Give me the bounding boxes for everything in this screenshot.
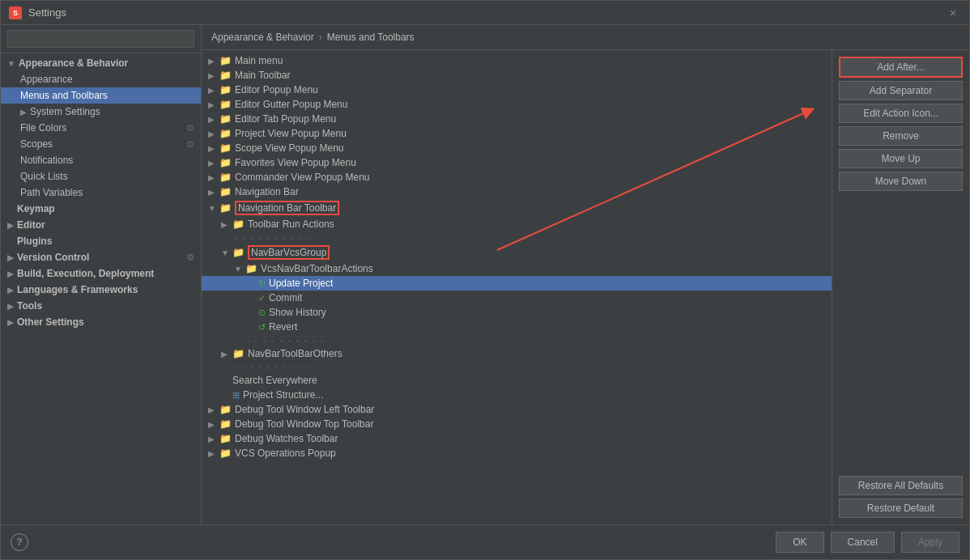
help-button[interactable]: ?: [11, 533, 28, 551]
tree-item-navigation-bar-toolbar[interactable]: ▼ 📁 Navigation Bar Toolbar: [202, 199, 832, 217]
sidebar-label: Version Control: [17, 252, 89, 263]
tree-item-editor-popup-menu[interactable]: ▶ 📁 Editor Popup Menu: [202, 83, 832, 97]
tree-item-project-structure[interactable]: ▶ ⊞ Project Structure...: [202, 388, 832, 402]
scopes-icon: ⚙: [186, 139, 194, 150]
edit-action-icon-button[interactable]: Edit Action Icon...: [839, 104, 963, 123]
tree-item-commander-view-popup-menu[interactable]: ▶ 📁 Commander View Popup Menu: [202, 170, 832, 185]
tree-item-show-history[interactable]: ▶ ⊙ Show History: [202, 305, 832, 320]
sidebar-item-build-execution[interactable]: ▶ Build, Execution, Deployment: [1, 265, 201, 282]
sidebar-item-system-settings[interactable]: ▶ System Settings: [1, 104, 201, 120]
buttons-panel: Add After... Add Separator Edit Action I…: [832, 50, 969, 524]
tree-item-navbar-toolbar-others[interactable]: ▶ 📁 NavBarToolBarOthers: [202, 346, 832, 361]
sidebar-item-file-colors[interactable]: File Colors ⚙: [1, 120, 201, 136]
sidebar-item-plugins[interactable]: ▶ Plugins: [1, 233, 201, 249]
tree-item-update-project[interactable]: ▶ ↻ Update Project: [202, 276, 832, 291]
tree-item-debug-watches-toolbar[interactable]: ▶ 📁 Debug Watches Toolbar: [202, 431, 832, 446]
sidebar-label: Scopes: [20, 138, 53, 150]
sidebar-item-appearance[interactable]: Appearance: [1, 71, 201, 87]
tree-item-debug-tool-top[interactable]: ▶ 📁 Debug Tool Window Top Toolbar: [202, 417, 832, 431]
tree-item-navigation-bar[interactable]: ▶ 📁 Navigation Bar: [202, 185, 832, 199]
arrow-icon: ▶: [7, 221, 14, 230]
sidebar-item-scopes[interactable]: Scopes ⚙: [1, 136, 201, 152]
version-control-icon: ⚙: [186, 252, 194, 263]
tree-item-revert[interactable]: ▶ ↺ Revert: [202, 320, 832, 334]
sidebar-label: System Settings: [30, 106, 100, 117]
tree-label: Project View Popup Menu: [235, 128, 347, 139]
tree-label: Revert: [269, 321, 297, 333]
folder-icon: 📁: [219, 172, 232, 183]
move-down-button[interactable]: Move Down: [839, 172, 963, 191]
tree-item-scope-view-popup-menu[interactable]: ▶ 📁 Scope View Popup Menu: [202, 141, 832, 155]
tree-item-navbar-vcs-group[interactable]: ▼ 📁 NavBarVcsGroup: [202, 244, 832, 261]
sidebar-item-languages-frameworks[interactable]: ▶ Languages & Frameworks: [1, 282, 201, 298]
remove-button[interactable]: Remove: [839, 126, 963, 146]
action-icon: ⊙: [258, 308, 266, 318]
sidebar-item-version-control[interactable]: ▶ Version Control ⚙: [1, 249, 201, 265]
tree-item-main-menu[interactable]: ▶ 📁 Main menu: [202, 53, 832, 68]
apply-button[interactable]: Apply: [901, 532, 959, 553]
folder-icon: 📁: [232, 247, 245, 258]
breadcrumb-sep: ›: [319, 32, 322, 43]
sidebar-label: Editor: [17, 219, 45, 231]
sidebar-item-editor[interactable]: ▶ Editor: [1, 217, 201, 233]
tree-item-project-view-popup-menu[interactable]: ▶ 📁 Project View Popup Menu: [202, 126, 832, 141]
sidebar-item-menus-toolbars[interactable]: Menus and Toolbars: [1, 87, 201, 104]
title-bar: S Settings ×: [1, 1, 969, 25]
tree-item-main-toolbar[interactable]: ▶ 📁 Main Toolbar: [202, 68, 832, 83]
action-icon: ↻: [258, 278, 266, 289]
folder-icon: 📁: [219, 128, 232, 139]
search-wrapper: 🔍: [7, 30, 194, 48]
sidebar-item-appearance-behavior[interactable]: ▼ Appearance & Behavior: [1, 55, 201, 71]
tree-item-favorites-view-popup-menu[interactable]: ▶ 📁 Favorites View Popup Menu: [202, 155, 832, 170]
ok-button[interactable]: OK: [776, 532, 823, 553]
tree-item-vcs-operations-popup[interactable]: ▶ 📁 VCS Operations Popup: [202, 446, 832, 460]
tree-item-editor-gutter-popup-menu[interactable]: ▶ 📁 Editor Gutter Popup Menu: [202, 97, 832, 112]
arrow-icon: ▶: [208, 57, 216, 66]
sidebar-label: Keymap: [17, 203, 55, 214]
arrow-icon: ▶: [208, 86, 216, 95]
tree-label: Commander View Popup Menu: [235, 172, 370, 183]
tree-item-debug-tool-left[interactable]: ▶ 📁 Debug Tool Window Left Toolbar: [202, 402, 832, 417]
sidebar-item-keymap[interactable]: ▶ Keymap: [1, 201, 201, 217]
tree-label: Editor Tab Popup Menu: [235, 113, 336, 125]
tree-item-commit[interactable]: ▶ ✓ Commit: [202, 291, 832, 305]
add-separator-button[interactable]: Add Separator: [839, 81, 963, 100]
sidebar-item-tools[interactable]: ▶ Tools: [1, 298, 201, 314]
sidebar-label: Appearance: [20, 74, 73, 85]
arrow-icon: ▼: [208, 204, 216, 213]
arrow-icon: ▼: [234, 265, 242, 274]
sidebar-item-other-settings[interactable]: ▶ Other Settings: [1, 314, 201, 330]
tree-item-vcs-navbar-toolbar-actions[interactable]: ▼ 📁 VcsNavBarToolbarActions: [202, 261, 832, 276]
sidebar-item-notifications[interactable]: Notifications: [1, 152, 201, 168]
tree-item-search-everywhere[interactable]: ▶ Search Everywhere: [202, 373, 832, 388]
search-input[interactable]: [7, 30, 194, 48]
arrow-icon: ▶: [7, 302, 14, 311]
breadcrumb: Appearance & Behavior › Menus and Toolba…: [202, 25, 969, 50]
tree-item-editor-tab-popup-menu[interactable]: ▶ 📁 Editor Tab Popup Menu: [202, 112, 832, 126]
cancel-button[interactable]: Cancel: [831, 532, 895, 553]
folder-icon: 📁: [219, 55, 232, 66]
tree-label: Editor Gutter Popup Menu: [235, 99, 347, 110]
sidebar-label: Menus and Toolbars: [20, 90, 108, 101]
restore-all-defaults-button[interactable]: Restore All Defaults: [839, 476, 963, 495]
move-up-button[interactable]: Move Up: [839, 149, 963, 168]
folder-icon: 📁: [219, 433, 232, 444]
add-after-button[interactable]: Add After...: [839, 57, 963, 78]
tree-label: Navigation Bar: [235, 186, 299, 197]
tree-panel[interactable]: ▶ 📁 Main menu ▶ 📁 Main Toolbar ▶ 📁: [202, 50, 832, 524]
close-button[interactable]: ×: [945, 5, 961, 21]
tree-label: Toolbar Run Actions: [248, 218, 334, 230]
sidebar-item-quick-lists[interactable]: Quick Lists: [1, 168, 201, 185]
sep-text: - - - - - - - - - -: [234, 363, 312, 371]
tree-label: NavBarVcsGroup: [248, 245, 330, 260]
folder-icon: 📁: [219, 157, 232, 168]
folder-icon: 📁: [219, 448, 232, 459]
bottom-left: ?: [11, 533, 28, 551]
restore-default-button[interactable]: Restore Default: [839, 498, 963, 518]
tree-label: Main Toolbar: [235, 70, 290, 81]
tree-item-toolbar-run-actions[interactable]: ▶ 📁 Toolbar Run Actions: [202, 217, 832, 231]
breadcrumb-part1: Appearance & Behavior: [211, 32, 314, 43]
sep-text: - - - - - - - - - -: [234, 233, 312, 242]
tree-label: Debug Watches Toolbar: [235, 433, 338, 444]
sidebar-item-path-variables[interactable]: Path Variables: [1, 185, 201, 201]
